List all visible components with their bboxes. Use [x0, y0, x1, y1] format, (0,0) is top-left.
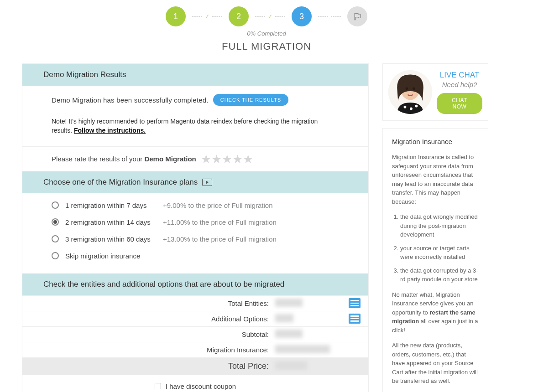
- star-3[interactable]: ★: [222, 153, 232, 165]
- star-2[interactable]: ★: [211, 153, 222, 165]
- expand-icon[interactable]: [349, 298, 361, 308]
- plan-price: +9.00% to the price of Full migration: [163, 201, 273, 209]
- expand-icon[interactable]: [349, 314, 361, 324]
- check-icon: ✓: [205, 13, 209, 20]
- svg-point-5: [410, 108, 413, 110]
- page-title: FULL MIGRATION: [0, 41, 533, 58]
- insurance-plan-row[interactable]: 2 remigration within 14 days+11.00% to t…: [52, 214, 339, 231]
- step-connector: ✓: [255, 13, 285, 20]
- step-connector: [318, 16, 341, 17]
- info-list-item: the data got wrongly modified during the…: [400, 212, 479, 239]
- step-connector: ✓: [192, 13, 222, 20]
- svg-point-6: [415, 105, 418, 108]
- entities-header: Check the entities and additional option…: [22, 273, 368, 295]
- step-1[interactable]: 1: [166, 6, 186, 26]
- entity-label: Migration Insurance:: [22, 342, 273, 357]
- step-flag: [347, 6, 367, 26]
- step-status: 0% Completed: [0, 30, 533, 41]
- info-list-item: the data got corrupted by a 3-rd party m…: [400, 266, 479, 284]
- insurance-info-card: Migration Insurance Migration Insurance …: [382, 128, 488, 392]
- chat-now-button[interactable]: CHAT NOW: [437, 93, 482, 114]
- insurance-plan-row[interactable]: 1 remigration within 7 days+9.00% to the…: [52, 197, 339, 214]
- entity-value: [273, 311, 333, 326]
- rating-prompt: Please rate the results of your Demo Mig…: [52, 155, 196, 163]
- plan-radio[interactable]: [52, 218, 59, 226]
- info-p2: No matter what, Migration Insurance serv…: [392, 290, 479, 335]
- info-intro: Migration Insurance is called to safegua…: [392, 153, 479, 206]
- entity-label: Subtotal:: [22, 327, 273, 342]
- insurance-plan-row[interactable]: Skip migration insurance: [52, 248, 339, 264]
- info-list: the data got wrongly modified during the…: [400, 212, 479, 284]
- step-3-active[interactable]: 3: [292, 6, 312, 26]
- entity-label: Total Price:: [22, 358, 273, 375]
- reindex-note: Note! It's highly recommended to perform…: [52, 117, 339, 135]
- step-2[interactable]: 2: [229, 6, 249, 26]
- entity-label: Additional Options:: [22, 311, 273, 326]
- check-results-button[interactable]: CHECK THE RESULTS: [213, 94, 288, 106]
- coupon-label: I have discount coupon: [166, 382, 236, 390]
- plan-price: +13.00% to the price of Full migration: [163, 235, 277, 243]
- insurance-header: Choose one of the Migration Insurance pl…: [22, 171, 368, 193]
- video-icon[interactable]: [202, 179, 212, 186]
- plan-label: Skip migration insurance: [65, 252, 157, 260]
- plan-label: 1 remigration within 7 days: [65, 201, 157, 209]
- entities-table: Total Entities:Additional Options:Subtot…: [22, 295, 368, 375]
- avatar: [388, 70, 432, 114]
- demo-results-header: Demo Migration Results: [22, 64, 368, 86]
- entity-value: [273, 359, 333, 374]
- plan-radio[interactable]: [52, 201, 59, 209]
- info-list-item: your source or target carts were incorre…: [400, 244, 479, 262]
- follow-instructions-link[interactable]: Follow the instructions.: [74, 127, 146, 134]
- entity-row: Additional Options:: [22, 311, 368, 327]
- plan-radio[interactable]: [52, 235, 59, 242]
- entity-value: [273, 342, 333, 357]
- check-icon: ✓: [268, 13, 272, 20]
- plan-price: +11.00% to the price of Full migration: [163, 218, 277, 226]
- star-1[interactable]: ★: [201, 153, 211, 165]
- svg-point-4: [404, 106, 407, 108]
- insurance-plan-row[interactable]: 3 remigration within 60 days+13.00% to t…: [52, 231, 339, 248]
- plan-label: 3 remigration within 60 days: [65, 235, 157, 243]
- entity-row: Total Price:: [22, 358, 368, 375]
- entity-value: [273, 327, 333, 342]
- demo-success-text: Demo Migration has been successfully com…: [52, 96, 209, 104]
- progress-stepper: 1 ✓ 2 ✓ 3: [0, 0, 533, 30]
- entity-value: [273, 296, 333, 311]
- flag-icon: [353, 12, 362, 21]
- svg-point-3: [413, 87, 415, 90]
- main-panel: Demo Migration Results Demo Migration ha…: [22, 63, 369, 392]
- entity-row: Total Entities:: [22, 296, 368, 311]
- rating-section: Please rate the results of your Demo Mig…: [22, 146, 368, 171]
- live-chat-card: LIVE CHAT Need help? CHAT NOW: [382, 63, 488, 121]
- star-rating: ★ ★ ★ ★ ★: [201, 153, 253, 165]
- entity-row: Migration Insurance:: [22, 342, 368, 358]
- coupon-checkbox[interactable]: [155, 383, 161, 389]
- entity-row: Subtotal:: [22, 327, 368, 342]
- info-title: Migration Insurance: [392, 138, 479, 145]
- star-4[interactable]: ★: [232, 153, 243, 165]
- info-p3: All the new data (products, orders, cust…: [392, 341, 479, 386]
- insurance-plans: 1 remigration within 7 days+9.00% to the…: [22, 193, 368, 273]
- star-5[interactable]: ★: [243, 153, 253, 165]
- live-chat-title: LIVE CHAT: [437, 71, 482, 80]
- live-chat-subtitle: Need help?: [437, 81, 482, 88]
- entity-label: Total Entities:: [22, 296, 273, 311]
- svg-point-2: [406, 87, 408, 90]
- coupon-row: I have discount coupon: [22, 375, 368, 392]
- plan-label: 2 remigration within 14 days: [65, 218, 157, 226]
- plan-radio[interactable]: [52, 252, 59, 259]
